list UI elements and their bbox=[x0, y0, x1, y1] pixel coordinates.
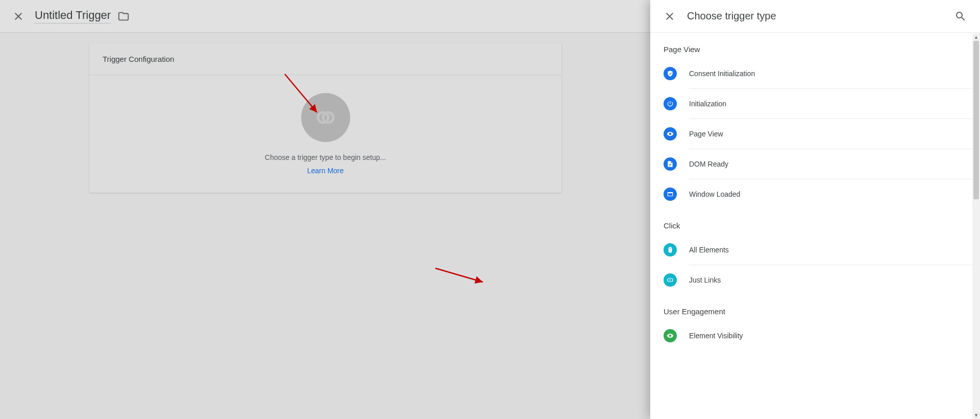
svg-line-3 bbox=[435, 268, 483, 282]
panel-body: Page ViewConsent InitializationInitializ… bbox=[650, 33, 980, 419]
trigger-config-card[interactable]: Trigger Configuration Choose a trigger t… bbox=[89, 43, 561, 193]
trigger-type-label: Initialization bbox=[689, 100, 959, 108]
card-body: Choose a trigger type to begin setup... … bbox=[89, 75, 561, 193]
power-icon bbox=[664, 97, 677, 110]
doc-icon bbox=[664, 157, 677, 171]
trigger-type-dom-ready[interactable]: DOM Ready bbox=[650, 149, 972, 179]
mouse-icon bbox=[664, 243, 677, 257]
scroll-thumb[interactable] bbox=[973, 41, 979, 199]
scroll-up-icon[interactable]: ▲ bbox=[972, 33, 980, 41]
trigger-type-just-links[interactable]: Just Links bbox=[650, 265, 972, 295]
link-icon bbox=[664, 273, 677, 287]
trigger-type-label: All Elements bbox=[689, 246, 959, 254]
section-label: User Engagement bbox=[650, 295, 972, 321]
annotation-arrow bbox=[433, 266, 486, 286]
close-icon[interactable] bbox=[664, 10, 676, 22]
shield-icon bbox=[664, 67, 677, 80]
scroll-down-icon[interactable]: ▼ bbox=[972, 411, 980, 419]
trigger-title[interactable]: Untitled Trigger bbox=[35, 9, 111, 24]
trigger-type-panel: Choose trigger type Page ViewConsent Ini… bbox=[650, 0, 980, 419]
window-icon bbox=[664, 188, 677, 201]
eye-icon bbox=[664, 329, 677, 342]
trigger-type-label: Element Visibility bbox=[689, 332, 959, 340]
trigger-type-initialization[interactable]: Initialization bbox=[650, 89, 972, 119]
trigger-type-label: Just Links bbox=[689, 276, 959, 284]
trigger-type-consent-initialization[interactable]: Consent Initialization bbox=[650, 59, 972, 88]
folder-icon[interactable] bbox=[118, 11, 129, 22]
close-icon[interactable] bbox=[12, 10, 24, 22]
card-heading: Trigger Configuration bbox=[89, 43, 561, 75]
section-label: Page View bbox=[650, 33, 972, 59]
trigger-type-label: Window Loaded bbox=[689, 190, 959, 198]
hint-text: Choose a trigger type to begin setup... bbox=[265, 153, 386, 161]
panel-title: Choose trigger type bbox=[687, 10, 954, 22]
eye-icon bbox=[664, 127, 677, 141]
trigger-type-window-loaded[interactable]: Window Loaded bbox=[650, 179, 972, 209]
scrollbar[interactable]: ▲ ▼ bbox=[972, 33, 980, 419]
section-label: Click bbox=[650, 209, 972, 235]
trigger-type-label: DOM Ready bbox=[689, 160, 959, 168]
trigger-type-label: Page View bbox=[689, 130, 959, 138]
panel-header: Choose trigger type bbox=[650, 0, 980, 33]
trigger-type-all-elements[interactable]: All Elements bbox=[650, 235, 972, 265]
trigger-type-page-view[interactable]: Page View bbox=[650, 119, 972, 149]
search-icon[interactable] bbox=[954, 10, 967, 22]
learn-more-link[interactable]: Learn More bbox=[307, 167, 344, 175]
trigger-placeholder-icon[interactable] bbox=[301, 93, 350, 142]
trigger-type-label: Consent Initialization bbox=[689, 69, 959, 78]
trigger-type-element-visibility[interactable]: Element Visibility bbox=[650, 321, 972, 351]
